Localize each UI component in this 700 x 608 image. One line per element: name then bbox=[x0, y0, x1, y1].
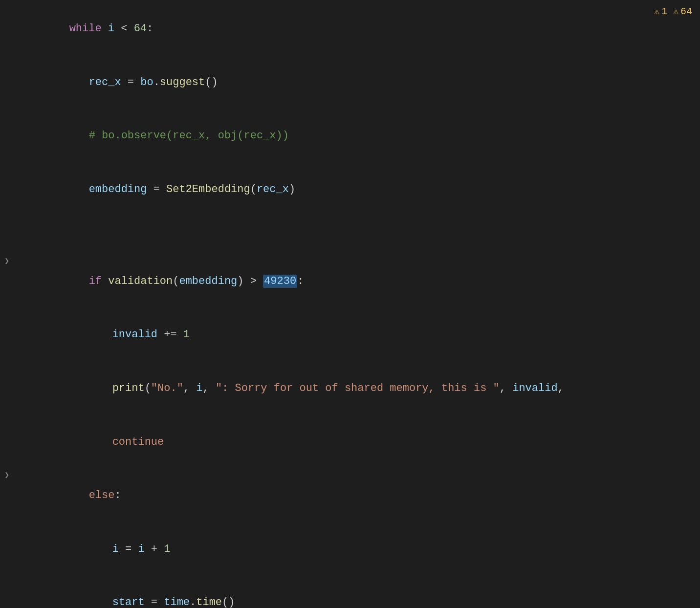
code-editor: ⚠ 1 ⚠ 64 while i < 64: rec_x = bo.sugges… bbox=[0, 0, 700, 608]
content-7: if validation(embedding) > 49230: bbox=[14, 256, 700, 307]
line-8: invalid += 1 bbox=[0, 308, 700, 362]
content-10: continue bbox=[14, 416, 700, 468]
line-6 bbox=[0, 235, 700, 254]
content-11: else: bbox=[14, 470, 700, 521]
code-lines: while i < 64: rec_x = bo.suggest() # bo.… bbox=[0, 0, 700, 608]
content-4: embedding = Set2Embedding(rec_x) bbox=[14, 164, 700, 216]
content-5 bbox=[14, 217, 700, 234]
content-3: # bo.observe(rec_x, obj(rec_x)) bbox=[14, 110, 700, 162]
line-2: rec_x = bo.suggest() bbox=[0, 56, 700, 109]
content-13: start = time.time() bbox=[14, 577, 700, 608]
content-6 bbox=[14, 236, 700, 253]
line-7: ❯ if validation(embedding) > 49230: bbox=[0, 255, 700, 308]
line-10: continue bbox=[0, 415, 700, 469]
gutter-11: ❯ bbox=[0, 470, 14, 482]
content-8: invalid += 1 bbox=[14, 309, 700, 361]
line-11: ❯ else: bbox=[0, 469, 700, 522]
line-1: while i < 64: bbox=[0, 2, 700, 56]
content-2: rec_x = bo.suggest() bbox=[14, 57, 700, 109]
fold-marker-11: ❯ bbox=[4, 470, 9, 482]
gutter-7: ❯ bbox=[0, 256, 14, 268]
line-9: print("No.", i, ": Sorry for out of shar… bbox=[0, 362, 700, 415]
line-4: embedding = Set2Embedding(rec_x) bbox=[0, 163, 700, 217]
line-13: start = time.time() bbox=[0, 576, 700, 608]
content-1: while i < 64: bbox=[14, 3, 700, 55]
content-9: print("No.", i, ": Sorry for out of shar… bbox=[14, 363, 700, 414]
line-3: # bo.observe(rec_x, obj(rec_x)) bbox=[0, 109, 700, 163]
line-5 bbox=[0, 216, 700, 235]
line-12: i = i + 1 bbox=[0, 522, 700, 576]
content-12: i = i + 1 bbox=[14, 523, 700, 575]
fold-marker-7: ❯ bbox=[4, 256, 9, 268]
